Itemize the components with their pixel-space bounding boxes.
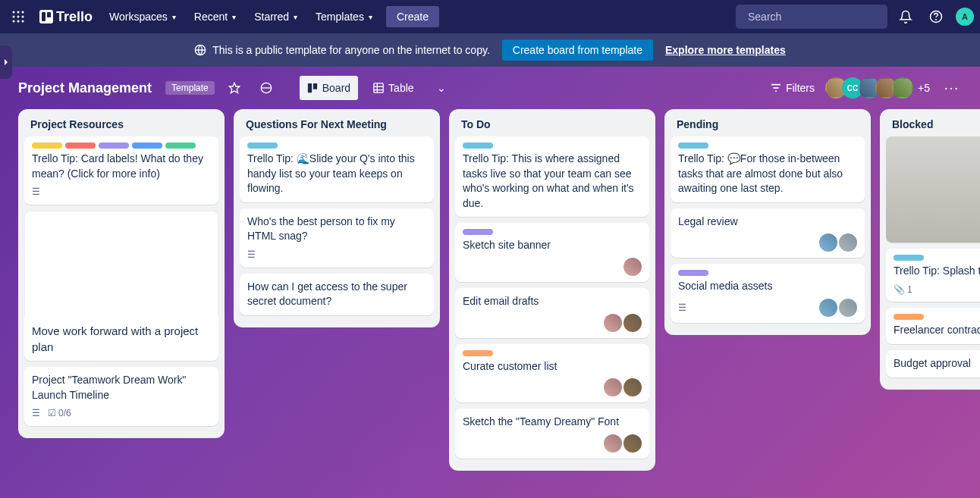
star-icon[interactable] <box>222 76 247 100</box>
card[interactable]: Move work forward with a project plan <box>24 211 218 361</box>
template-banner: This is a public template for anyone on … <box>0 33 980 67</box>
board-icon <box>307 83 318 93</box>
label-green <box>165 143 196 149</box>
explore-templates-link[interactable]: Explore more templates <box>665 44 786 56</box>
card-cover-image <box>24 211 218 317</box>
card[interactable] <box>886 136 980 243</box>
list-blocked: Blocked Trello Tip: Splash those redtape… <box>880 109 980 390</box>
apps-menu-icon[interactable] <box>6 5 30 29</box>
card[interactable]: Edit email drafts <box>455 288 649 338</box>
card-text: Trello Tip: Splash those redtape-heavy i… <box>894 264 980 279</box>
card[interactable]: Sketch site banner <box>455 223 649 282</box>
list-title[interactable]: Pending <box>671 115 865 136</box>
card[interactable]: Social media assets ☰ <box>671 264 865 323</box>
description-icon: ☰ <box>32 407 40 420</box>
card[interactable]: Curate customer list <box>455 344 649 403</box>
list-project-resources: Project Resources Trello Tip: Card label… <box>18 109 225 438</box>
banner-message: This is a public template for anyone on … <box>212 44 490 56</box>
svg-point-2 <box>22 11 24 14</box>
list-title[interactable]: Questions For Next Meeting <box>240 115 434 136</box>
list-todo: To Do Trello Tip: This is where assigned… <box>449 109 655 471</box>
board-view-button[interactable]: Board <box>300 76 358 100</box>
label-sky <box>247 143 278 149</box>
card[interactable]: How can I get access to the super secret… <box>240 274 434 315</box>
card-member-avatar <box>604 434 622 453</box>
attachment-icon: 📎 1 <box>894 283 912 296</box>
description-icon: ☰ <box>32 186 40 199</box>
create-button[interactable]: Create <box>386 6 439 27</box>
table-view-button[interactable]: Table <box>366 76 421 100</box>
template-badge[interactable]: Template <box>165 81 215 95</box>
list-title[interactable]: Blocked <box>886 115 980 136</box>
card-text: Move work forward with a project plan <box>32 323 211 355</box>
nav-workspaces[interactable]: Workspaces▾ <box>102 6 184 27</box>
card[interactable]: Budget approval <box>886 350 980 377</box>
card[interactable]: Freelancer contracts <box>886 308 980 344</box>
label-sky <box>894 255 924 261</box>
board-members[interactable]: CC +5 <box>830 77 930 99</box>
card-text: Project "Teamwork Dream Work" Launch Tim… <box>32 373 211 402</box>
svg-marker-14 <box>229 83 239 92</box>
notifications-icon[interactable] <box>894 5 918 29</box>
card-member-avatar <box>819 299 837 317</box>
card[interactable]: Trello Tip: 💬For those in-between tasks … <box>671 136 865 202</box>
card[interactable]: Trello Tip: 🌊Slide your Q's into this ha… <box>240 136 434 202</box>
list-title[interactable]: To Do <box>455 115 649 136</box>
visibility-icon[interactable] <box>254 76 278 100</box>
label-red <box>65 143 96 149</box>
card-text: Sketch site banner <box>463 238 642 253</box>
card-text: Who's the best person to fix my HTML sna… <box>247 215 426 244</box>
card-text: Legal review <box>678 215 857 230</box>
nav-starred[interactable]: Starred▾ <box>247 6 305 27</box>
card[interactable]: Sketch the "Teamy Dreamy" Font <box>455 409 649 459</box>
svg-point-6 <box>13 20 15 23</box>
board-menu-icon[interactable]: ⋯ <box>938 79 965 97</box>
description-icon: ☰ <box>678 302 686 315</box>
label-yellow <box>32 143 62 149</box>
search-input-wrapper[interactable] <box>736 5 887 29</box>
card-member-avatar <box>839 299 857 317</box>
svg-rect-16 <box>308 83 312 92</box>
card[interactable]: Legal review <box>671 208 865 258</box>
card[interactable]: Project "Teamwork Dream Work" Launch Tim… <box>24 367 218 426</box>
board-title[interactable]: Project Management <box>12 80 158 96</box>
globe-icon <box>194 44 206 56</box>
board-canvas[interactable]: Project Resources Trello Tip: Card label… <box>0 109 980 498</box>
list-questions: Questions For Next Meeting Trello Tip: 🌊… <box>234 109 440 327</box>
member-avatar[interactable] <box>892 77 913 99</box>
help-icon[interactable] <box>924 5 948 29</box>
card[interactable]: Trello Tip: Splash those redtape-heavy i… <box>886 249 980 302</box>
sidebar-expand-button[interactable] <box>0 45 12 79</box>
list-title[interactable]: Project Resources <box>24 115 218 136</box>
card-text: Edit email drafts <box>463 294 642 309</box>
description-icon: ☰ <box>247 249 256 262</box>
card-text: Trello Tip: 🌊Slide your Q's into this ha… <box>247 152 426 196</box>
card-member-avatar <box>623 314 642 332</box>
svg-rect-18 <box>374 83 383 92</box>
svg-point-3 <box>13 16 15 18</box>
card-text: Trello Tip: This is where assigned tasks… <box>463 152 642 211</box>
views-dropdown[interactable]: ⌄ <box>429 76 454 100</box>
card[interactable]: Trello Tip: This is where assigned tasks… <box>455 136 649 217</box>
card[interactable]: Who's the best person to fix my HTML sna… <box>240 208 434 268</box>
top-nav: Trello Workspaces▾ Recent▾ Starred▾ Temp… <box>0 0 980 33</box>
filters-button[interactable]: Filters <box>771 82 815 94</box>
nav-templates[interactable]: Templates▾ <box>308 6 380 27</box>
user-avatar[interactable]: A <box>956 8 974 26</box>
card-text: Sketch the "Teamy Dreamy" Font <box>463 415 642 430</box>
nav-recent[interactable]: Recent▾ <box>187 6 243 27</box>
card[interactable]: Trello Tip: Card labels! What do they me… <box>24 136 218 205</box>
svg-point-5 <box>22 16 24 18</box>
label-blue <box>132 143 162 149</box>
trello-icon <box>39 10 53 23</box>
member-overflow-count[interactable]: +5 <box>918 82 930 94</box>
label-purple <box>99 143 129 149</box>
card-member-avatar <box>623 434 642 453</box>
create-from-template-button[interactable]: Create board from template <box>502 39 653 61</box>
search-input[interactable] <box>748 11 881 23</box>
brand-logo[interactable]: Trello <box>33 9 99 25</box>
card-member-avatar <box>623 258 642 276</box>
svg-point-0 <box>13 11 15 14</box>
label-orange <box>894 314 924 320</box>
label-sky <box>678 143 708 149</box>
